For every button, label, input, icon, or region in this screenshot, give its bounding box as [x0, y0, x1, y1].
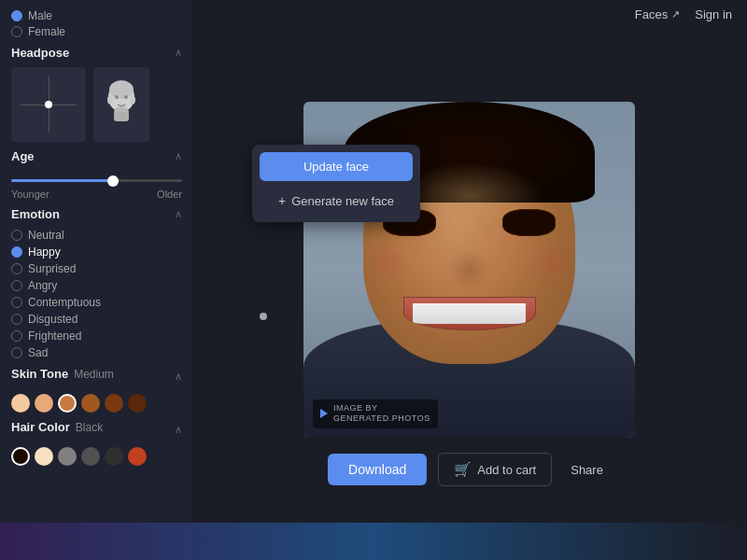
emotion-angry-label: Angry	[28, 279, 57, 292]
head-3d-preview	[93, 67, 149, 142]
age-section-header: Age ∧	[11, 149, 182, 165]
emotion-frightened-label: Frightened	[28, 329, 81, 343]
age-older-label: Older	[157, 189, 182, 200]
image-right-eye	[502, 209, 556, 236]
svg-rect-3	[114, 112, 129, 121]
bottom-decoration	[0, 523, 747, 560]
emotion-angry[interactable]: Angry	[11, 279, 182, 292]
generate-label: Generate new face	[291, 194, 394, 208]
emotion-disgusted-label: Disgusted	[28, 313, 78, 326]
emotion-neutral-label: Neutral	[28, 229, 64, 242]
skin-swatch-2[interactable]	[35, 394, 53, 413]
emotion-section-header: Emotion ∧	[11, 207, 182, 223]
top-nav: Faces ↗ Sign in	[620, 0, 747, 29]
emotion-contemptuous-label: Contemptuous	[28, 296, 101, 309]
headpose-grid-control[interactable]	[11, 67, 86, 142]
external-link-icon: ↗	[671, 8, 680, 21]
sidebar: Male Female Headpose ∧	[0, 0, 191, 560]
skin-swatch-4[interactable]	[81, 394, 100, 413]
hair-color-chevron-icon[interactable]: ∧	[175, 424, 182, 436]
emotion-chevron-icon[interactable]: ∧	[175, 208, 182, 220]
svg-point-1	[109, 80, 134, 99]
age-slider-section: Younger Older	[11, 171, 182, 200]
hair-swatch-2[interactable]	[35, 447, 53, 466]
share-button[interactable]: Share	[563, 455, 611, 484]
watermark-play-icon	[320, 409, 328, 418]
watermark-text: IMAGE BY GENERATED.PHOTOS	[333, 403, 430, 425]
cart-label: Add to cart	[477, 463, 536, 477]
emotion-neutral-radio[interactable]	[11, 230, 22, 241]
add-to-cart-button[interactable]: 🛒 Add to cart	[438, 453, 552, 486]
hair-color-section: Hair Color Black ∧	[11, 420, 182, 466]
skin-swatch-6[interactable]	[128, 394, 147, 413]
update-face-button[interactable]: Update face	[260, 152, 413, 181]
emotion-disgusted[interactable]: Disgusted	[11, 313, 182, 326]
emotion-sad-radio[interactable]	[11, 347, 22, 358]
gender-male-label: Male	[28, 9, 52, 22]
main-content-area: IMAGE BY GENERATED.PHOTOS Download 🛒 Add…	[191, 0, 747, 560]
hair-color-title: Hair Color	[11, 420, 70, 434]
pose-dot[interactable]	[45, 101, 52, 108]
hair-color-header: Hair Color Black ∧	[11, 420, 182, 441]
hair-color-title-group: Hair Color Black	[11, 420, 103, 434]
emotion-surprised[interactable]: Surprised	[11, 262, 182, 275]
hair-color-value: Black	[76, 421, 103, 434]
hair-swatch-3[interactable]	[58, 447, 77, 466]
emotion-contemptuous-radio[interactable]	[11, 297, 22, 308]
svg-point-7	[130, 95, 135, 105]
skin-tone-title: Skin Tone	[11, 367, 68, 381]
image-nose	[449, 249, 489, 289]
emotion-disgusted-radio[interactable]	[11, 314, 22, 325]
emotion-happy[interactable]: Happy	[11, 245, 182, 259]
age-title: Age	[11, 149, 35, 163]
age-slider[interactable]	[11, 179, 182, 182]
faces-link[interactable]: Faces ↗	[635, 7, 680, 21]
cart-icon: 🛒	[454, 461, 472, 478]
gender-male-option[interactable]: Male	[11, 9, 182, 22]
head-3d-icon	[103, 77, 140, 133]
svg-point-6	[107, 95, 113, 105]
image-left-cheek	[363, 243, 410, 283]
image-teeth	[413, 303, 526, 324]
age-labels: Younger Older	[11, 189, 182, 200]
gender-female-option[interactable]: Female	[11, 25, 182, 38]
skin-tone-swatches	[11, 394, 182, 413]
age-younger-label: Younger	[11, 189, 49, 200]
emotion-surprised-radio[interactable]	[11, 263, 22, 274]
emotion-list: Neutral Happy Surprised Angry Contemptuo…	[11, 229, 182, 359]
skin-swatch-5[interactable]	[105, 394, 123, 413]
download-button[interactable]: Download	[328, 454, 427, 485]
faces-label: Faces	[635, 7, 668, 21]
emotion-contemptuous[interactable]: Contemptuous	[11, 296, 182, 309]
generate-new-face-button[interactable]: + Generate new face	[260, 187, 413, 215]
hair-swatch-4[interactable]	[81, 447, 100, 466]
hair-swatch-6[interactable]	[128, 447, 147, 466]
svg-point-5	[124, 95, 128, 99]
gender-female-radio[interactable]	[11, 26, 22, 37]
skin-tone-section: Skin Tone Medium ∧	[11, 367, 182, 413]
gender-section: Male Female	[11, 9, 182, 38]
signin-button[interactable]: Sign in	[695, 7, 732, 21]
emotion-neutral[interactable]: Neutral	[11, 229, 182, 242]
emotion-frightened[interactable]: Frightened	[11, 329, 182, 343]
headpose-chevron-icon[interactable]: ∧	[175, 47, 182, 59]
emotion-sad[interactable]: Sad	[11, 346, 182, 359]
emotion-surprised-label: Surprised	[28, 262, 76, 275]
emotion-angry-radio[interactable]	[11, 280, 22, 291]
gender-male-radio[interactable]	[11, 10, 22, 21]
skin-swatch-1[interactable]	[11, 394, 30, 413]
skin-swatch-3[interactable]	[58, 394, 77, 413]
skin-tone-chevron-icon[interactable]: ∧	[175, 371, 182, 383]
emotion-happy-radio[interactable]	[11, 246, 22, 258]
hair-swatch-5[interactable]	[105, 447, 123, 466]
age-chevron-icon[interactable]: ∧	[175, 150, 182, 162]
emotion-title: Emotion	[11, 207, 60, 221]
image-right-cheek	[529, 243, 575, 283]
emotion-frightened-radio[interactable]	[11, 330, 22, 342]
hair-swatch-1[interactable]	[11, 447, 30, 466]
emotion-sad-label: Sad	[28, 346, 48, 359]
headpose-title: Headpose	[11, 46, 69, 60]
hair-color-swatches	[11, 447, 182, 466]
skin-tone-title-group: Skin Tone Medium	[11, 367, 114, 381]
svg-point-4	[115, 95, 119, 99]
